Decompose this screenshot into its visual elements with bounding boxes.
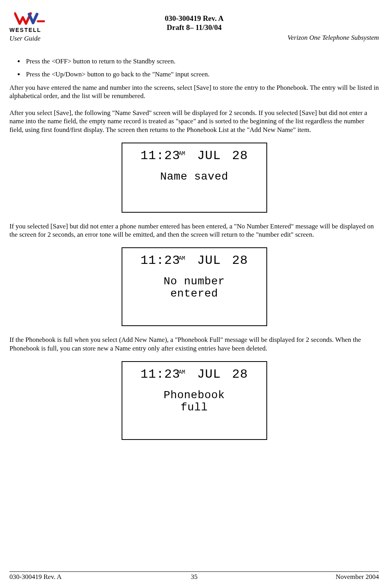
lcd-time-value: 11:23 (140, 367, 180, 382)
lcd-date: JUL 28 (197, 367, 248, 382)
footer-page-number: 35 (9, 573, 379, 581)
list-item: Press the <OFF> button to return to the … (24, 57, 379, 65)
lcd-screen-phonebook-full: 11:23AM JUL 28 Phonebook full (122, 361, 267, 440)
logo-mark-icon (14, 12, 50, 28)
lcd-header: 11:23AM JUL 28 (126, 253, 262, 269)
lcd-msg-line: full (126, 402, 262, 414)
doc-title: 030-300419 Rev. A Draft 8– 11/30/04 (9, 12, 379, 32)
lcd-screen-no-number: 11:23AM JUL 28 No number entered (122, 247, 267, 326)
page-header: WESTELL 030-300419 Rev. A Draft 8– 11/30… (9, 12, 379, 49)
lcd-message: No number entered (126, 276, 262, 300)
lcd-message: Name saved (126, 171, 262, 183)
lcd-msg-line: No number (126, 276, 262, 288)
page-footer: 030-300419 Rev. A 35 November 2004 (9, 571, 379, 581)
lcd-ampm: AM (179, 369, 185, 375)
doc-draft: Draft 8– 11/30/04 (9, 23, 379, 32)
logo-area: WESTELL (9, 12, 50, 33)
lcd-header: 11:23AM JUL 28 (126, 367, 262, 382)
lcd-ampm: AM (179, 150, 185, 157)
lcd-date: JUL 28 (197, 253, 248, 268)
paragraph: If the Phonebook is full when you select… (9, 336, 379, 352)
paragraph: After you have entered the name and numb… (9, 83, 379, 100)
page: WESTELL 030-300419 Rev. A Draft 8– 11/30… (0, 0, 386, 588)
lcd-ampm: AM (179, 255, 185, 262)
lcd-date: JUL 28 (197, 148, 248, 163)
content-body: Press the <OFF> button to return to the … (9, 57, 379, 440)
lcd-header: 11:23AM JUL 28 (126, 148, 262, 164)
subsystem-label: Verizon One Telephone Subsystem (288, 34, 379, 42)
paragraph: After you select [Save], the following "… (9, 109, 379, 134)
lcd-time-value: 11:23 (140, 253, 180, 268)
list-item: Press the <Up/Down> button to go back to… (24, 70, 379, 78)
bullet-list: Press the <OFF> button to return to the … (9, 57, 379, 79)
logo-brand-text: WESTELL (9, 27, 50, 33)
lcd-msg-line: entered (126, 288, 262, 300)
doc-id: 030-300419 Rev. A (9, 14, 379, 23)
paragraph: If you selected [Save] but did not enter… (9, 222, 379, 239)
lcd-message: Phonebook full (126, 390, 262, 414)
lcd-time-value: 11:23 (140, 148, 180, 163)
lcd-msg-line: Phonebook (126, 390, 262, 402)
lcd-screen-name-saved: 11:23AM JUL 28 Name saved (122, 143, 267, 213)
